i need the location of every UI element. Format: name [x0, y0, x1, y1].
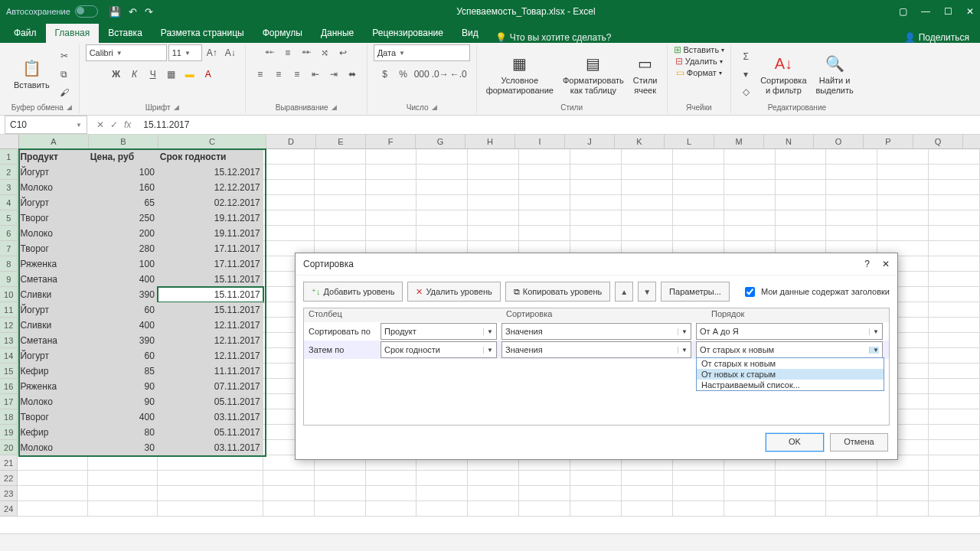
cell[interactable] — [673, 195, 724, 210]
cell[interactable]: 15.11.2017 — [158, 272, 263, 287]
number-format-combo[interactable]: Дата▼ — [374, 44, 470, 61]
cell[interactable] — [877, 226, 929, 241]
cell[interactable]: 390 — [88, 333, 158, 348]
cell[interactable]: Йогурт — [18, 348, 87, 364]
cell[interactable]: 100 — [88, 165, 158, 180]
cell[interactable] — [929, 195, 980, 210]
cell[interactable] — [724, 471, 776, 486]
cell[interactable] — [468, 149, 519, 165]
column-header[interactable]: D — [266, 135, 316, 148]
cell[interactable] — [826, 486, 877, 501]
cell[interactable] — [929, 287, 980, 302]
cell[interactable] — [776, 501, 827, 517]
cell[interactable] — [468, 501, 519, 517]
cell[interactable] — [673, 486, 724, 501]
cell[interactable]: Молоко — [18, 394, 87, 409]
cell[interactable] — [18, 486, 87, 501]
autosave-toggle[interactable]: Автосохранение — [6, 5, 98, 18]
row-header[interactable]: 14 — [0, 348, 18, 364]
cell[interactable] — [519, 501, 570, 517]
cell[interactable] — [776, 486, 827, 501]
cell[interactable] — [929, 455, 980, 471]
cell[interactable] — [416, 471, 468, 486]
cell[interactable]: 15.11.2017 — [158, 287, 263, 302]
cell[interactable] — [776, 471, 827, 486]
cell[interactable]: 85 — [88, 364, 158, 379]
add-level-button[interactable]: ⁺↓Добавить уровень — [303, 282, 403, 302]
indent-inc-icon[interactable]: ⇥ — [325, 66, 342, 83]
cell[interactable] — [622, 165, 673, 180]
cell[interactable] — [570, 501, 622, 517]
cell[interactable] — [724, 501, 776, 517]
cell[interactable] — [519, 195, 570, 210]
column-header[interactable]: F — [366, 135, 416, 148]
cell[interactable] — [519, 210, 570, 226]
cell[interactable] — [570, 486, 622, 501]
cell[interactable] — [468, 471, 519, 486]
cell[interactable] — [673, 149, 724, 165]
formula-input[interactable]: 15.11.2017 — [137, 118, 980, 132]
cell[interactable] — [315, 195, 366, 210]
cell[interactable] — [519, 180, 570, 195]
cell[interactable]: Продукт — [18, 149, 87, 165]
cell[interactable] — [826, 195, 877, 210]
cell[interactable] — [622, 210, 673, 226]
cell[interactable]: Сметана — [18, 333, 87, 348]
row-header[interactable]: 16 — [0, 379, 18, 394]
sort-on-select[interactable]: Значения▼ — [501, 323, 691, 340]
cell[interactable] — [929, 409, 980, 425]
cell[interactable]: 19.11.2017 — [158, 210, 263, 226]
tab-insert[interactable]: Вставка — [99, 24, 152, 43]
cut-icon[interactable]: ✂ — [56, 47, 73, 64]
row-header[interactable]: 5 — [0, 210, 18, 226]
merge-icon[interactable]: ⬌ — [344, 66, 361, 83]
cell[interactable] — [929, 333, 980, 348]
bold-icon[interactable]: Ж — [108, 66, 125, 83]
cell[interactable] — [724, 149, 776, 165]
tell-me[interactable]: 💡Что вы хотите сделать? — [495, 32, 612, 43]
tab-home[interactable]: Главная — [46, 24, 100, 43]
row-header[interactable]: 19 — [0, 425, 18, 440]
cell[interactable] — [519, 165, 570, 180]
cell[interactable] — [570, 149, 622, 165]
select-all-corner[interactable] — [0, 135, 19, 148]
column-header[interactable]: J — [565, 135, 615, 148]
cell[interactable] — [877, 195, 929, 210]
row-header[interactable]: 13 — [0, 333, 18, 348]
cell[interactable] — [877, 180, 929, 195]
cell[interactable] — [468, 226, 519, 241]
column-header[interactable]: O — [814, 135, 864, 148]
cell[interactable] — [929, 256, 980, 272]
cell[interactable]: 100 — [88, 256, 158, 272]
cell[interactable] — [929, 302, 980, 318]
cell[interactable] — [519, 486, 570, 501]
cell[interactable] — [263, 501, 315, 517]
cell[interactable] — [263, 226, 315, 241]
wrap-text-icon[interactable]: ↩ — [335, 44, 351, 61]
cell[interactable] — [570, 471, 622, 486]
cell[interactable]: 60 — [88, 302, 158, 318]
cell[interactable] — [776, 226, 827, 241]
cell[interactable]: 90 — [88, 379, 158, 394]
cell[interactable] — [366, 501, 417, 517]
cell[interactable] — [366, 210, 417, 226]
cell[interactable] — [673, 180, 724, 195]
cell[interactable]: 12.11.2017 — [158, 333, 263, 348]
cell[interactable] — [315, 210, 366, 226]
cell[interactable] — [263, 486, 315, 501]
cell[interactable] — [622, 501, 673, 517]
row-header[interactable]: 1 — [0, 149, 18, 165]
cell[interactable]: 03.11.2017 — [158, 440, 263, 455]
cell[interactable] — [18, 471, 87, 486]
cell[interactable] — [826, 149, 877, 165]
cell[interactable] — [724, 195, 776, 210]
help-icon[interactable]: ? — [864, 259, 870, 269]
cell[interactable] — [519, 149, 570, 165]
cell[interactable]: 12.12.2017 — [158, 180, 263, 195]
cell[interactable] — [877, 210, 929, 226]
cell[interactable] — [158, 471, 263, 486]
format-table-button[interactable]: ▤Форматировать как таблицу — [560, 51, 627, 96]
cell[interactable]: Ряженка — [18, 256, 87, 272]
delete-level-button[interactable]: ✕Удалить уровень — [407, 282, 500, 302]
cell[interactable] — [826, 165, 877, 180]
